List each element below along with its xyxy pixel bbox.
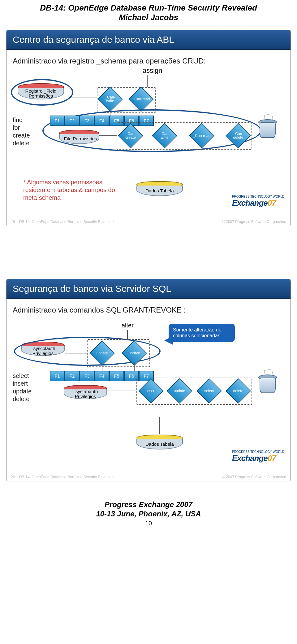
callout-alter: Somente alteração de colunas selecionada… xyxy=(169,324,235,342)
page-footer: Progress Exchange 2007 10-13 June, Phoen… xyxy=(6,500,291,519)
trash-icon-2 xyxy=(257,371,277,393)
diamond-delete: delete xyxy=(227,380,249,402)
alter-label: alter xyxy=(122,322,134,329)
diamond-can-write-top: _Can-write xyxy=(99,88,121,110)
dados-cyl-2: Dados Tabela xyxy=(136,435,183,449)
diamond-can-read: _Can-read xyxy=(191,125,213,147)
slide-1: Centro da segurança de banco via ABL Adm… xyxy=(6,30,291,226)
note-permissions: * Algumas vezes permissões residem em ta… xyxy=(23,178,122,202)
diamond-can-write: _Can-write xyxy=(154,125,175,147)
verbs-abl: find for create delete xyxy=(13,116,30,147)
diamond-insert: insert xyxy=(140,380,162,402)
file-perm-cyl: _File Permissões xyxy=(59,130,99,144)
verbs-sql: select insert update delete xyxy=(13,372,32,403)
systabauth-label: _systabauth Privilégios xyxy=(64,389,106,399)
doc-title: DB-14: OpenEdge Database Run-Time Securi… xyxy=(6,3,291,13)
diamond-can-read-top: _Can-read xyxy=(130,88,152,110)
slide-2: Segurança de banco via Servidor SQL Admi… xyxy=(6,279,291,481)
dados-cyl: Dados Tabela xyxy=(136,181,183,196)
assign-label: assign xyxy=(143,67,162,75)
registro-field-cyl: Registro _Field Permissões xyxy=(18,83,64,99)
diamond-update2: update xyxy=(123,342,145,364)
diamond-can-create: _Can-create xyxy=(120,125,141,147)
systabauth-cyl: _systabauth Privilégios xyxy=(64,385,107,399)
diamond-update1: update xyxy=(91,342,113,364)
slide1-subtitle: Administrado via registro _schema para o… xyxy=(13,57,284,65)
slide2-subtitle: Administrado via comandos SQL GRANT/REVO… xyxy=(13,306,284,314)
slide1-footer: 19 DB-14: OpenEdge Database Run-time Sec… xyxy=(6,218,291,226)
slide2-footer: 20 DB-14: OpenEdge Database Run-time Sec… xyxy=(6,474,291,481)
exchange-logo-2: PROGRESS TECHNOLOGY WORLD Exchange07 xyxy=(232,450,284,463)
page-number: 10 xyxy=(6,520,291,527)
file-perm-label: _File Permissões xyxy=(61,136,97,141)
registro-field-label: Registro _Field Permissões xyxy=(18,88,63,99)
dados-label: Dados Tabela xyxy=(145,188,174,193)
syscolauth-label: _syscolauth Privilégios xyxy=(22,345,64,356)
slide1-title: Centro da segurança de banco via ABL xyxy=(6,30,291,50)
syscolauth-cyl: _syscolauth Privilégios xyxy=(21,342,65,356)
diamond-select: select xyxy=(198,380,220,402)
dados-label-2: Dados Tabela xyxy=(145,441,174,447)
diamond-can-delete: _Can-delete xyxy=(227,125,249,147)
exchange-logo: PROGRESS TECHNOLOGY WORLD Exchange07 xyxy=(232,195,284,208)
diamond-update: update xyxy=(169,380,190,402)
doc-author: Michael Jacobs xyxy=(6,13,291,22)
slide2-title: Segurança de banco via Servidor SQL xyxy=(6,279,291,299)
trash-icon xyxy=(257,116,277,138)
